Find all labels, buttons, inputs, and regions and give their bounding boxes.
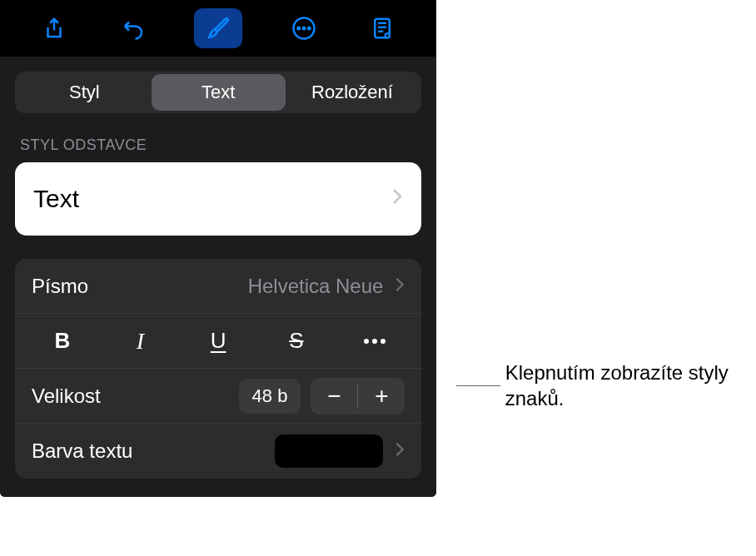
paragraph-style-row[interactable]: Text [15, 162, 421, 236]
format-button[interactable] [194, 8, 242, 48]
svg-point-2 [302, 27, 305, 30]
svg-point-3 [308, 27, 311, 30]
font-row[interactable]: Písmo Helvetica Neue [15, 259, 421, 314]
undo-button[interactable] [116, 11, 151, 46]
chevron-right-icon [391, 188, 403, 210]
callout-text: Klepnutím zobrazíte styly znaků. [505, 360, 756, 411]
document-view-button[interactable] [365, 11, 400, 46]
format-panel: Styl Text Rozložení STYL ODSTAVCE Text P… [0, 0, 436, 497]
size-label: Velikost [32, 385, 101, 408]
undo-icon [121, 16, 146, 41]
tab-layout[interactable]: Rozložení [286, 74, 420, 111]
tab-text[interactable]: Text [152, 74, 286, 111]
strikethrough-button[interactable]: S [257, 314, 336, 368]
chevron-right-icon [395, 440, 405, 462]
font-value: Helvetica Neue [248, 275, 384, 298]
more-styles-button[interactable] [336, 314, 414, 368]
svg-point-9 [386, 34, 389, 37]
text-color-row[interactable]: Barva textu [15, 424, 421, 479]
tab-style[interactable]: Styl [17, 74, 152, 111]
underline-button[interactable]: U [179, 314, 257, 368]
size-stepper: − + [311, 378, 405, 415]
more-circle-icon [291, 16, 316, 41]
share-button[interactable] [37, 11, 72, 46]
text-color-swatch[interactable] [275, 434, 383, 468]
size-increase-button[interactable]: + [358, 378, 405, 415]
share-icon [42, 16, 67, 41]
paintbrush-icon [205, 15, 231, 42]
document-view-icon [370, 16, 395, 41]
text-properties-group: Písmo Helvetica Neue B I U S [15, 259, 421, 479]
text-style-buttons: B I U S [15, 314, 421, 369]
paragraph-style-value: Text [33, 185, 79, 213]
callout: Klepnutím zobrazíte styly znaků. [456, 360, 756, 411]
text-color-label: Barva textu [32, 439, 132, 463]
paragraph-style-heading: STYL ODSTAVCE [15, 137, 421, 154]
size-value[interactable]: 48 b [239, 379, 301, 414]
font-label: Písmo [32, 275, 88, 298]
more-button[interactable] [286, 11, 321, 46]
size-row: Velikost 48 b − + [15, 369, 421, 424]
panel-body: Styl Text Rozložení STYL ODSTAVCE Text P… [0, 57, 436, 497]
format-tabs: Styl Text Rozložení [15, 72, 421, 113]
top-toolbar [0, 0, 436, 57]
more-icon [364, 339, 385, 344]
chevron-right-icon [395, 276, 405, 297]
bold-button[interactable]: B [23, 314, 102, 368]
size-decrease-button[interactable]: − [311, 378, 357, 415]
italic-button[interactable]: I [102, 314, 180, 368]
svg-point-1 [297, 27, 300, 30]
callout-line [456, 385, 500, 386]
